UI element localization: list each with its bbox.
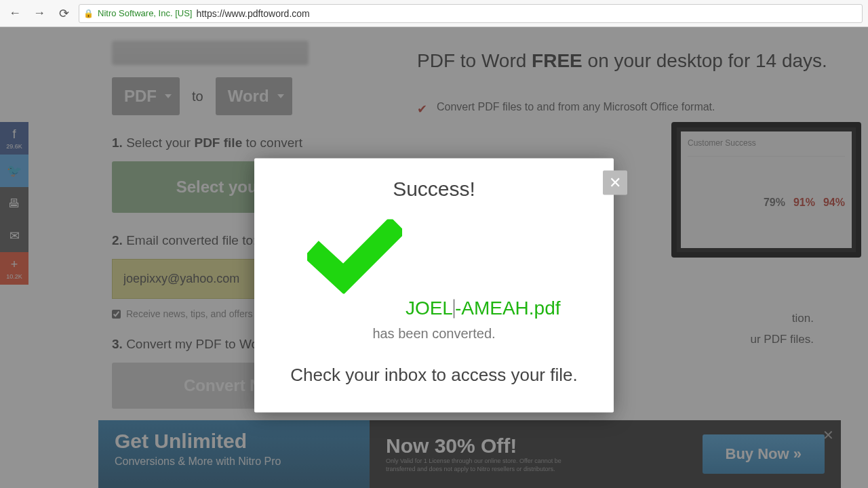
success-modal: ✕ Success! JOEL-AMEAH.pdf has been conve… [254, 158, 614, 412]
converted-label: has been converted. [275, 325, 593, 341]
success-check-icon [307, 219, 402, 293]
lock-icon: 🔒 [83, 9, 94, 18]
url-text: https://www.pdftoword.com [196, 8, 309, 19]
modal-title: Success! [275, 177, 593, 200]
cert-label: Nitro Software, Inc. [US] [98, 8, 192, 18]
browser-toolbar: ← → ⟳ 🔒 Nitro Software, Inc. [US] https:… [0, 0, 868, 27]
fn-b: -AMEAH.pdf [455, 297, 561, 318]
text-cursor-icon [454, 300, 454, 319]
inbox-message: Check your inbox to access your file. [275, 364, 593, 385]
converted-filename: JOEL-AMEAH.pdf [406, 297, 561, 319]
forward-button[interactable]: → [30, 4, 49, 23]
modal-overlay[interactable]: ✕ Success! JOEL-AMEAH.pdf has been conve… [0, 27, 868, 488]
back-button[interactable]: ← [5, 4, 24, 23]
reload-button[interactable]: ⟳ [54, 4, 73, 23]
fn-a: JOEL [406, 297, 453, 318]
modal-close-button[interactable]: ✕ [603, 170, 627, 195]
address-bar[interactable]: 🔒 Nitro Software, Inc. [US] https://www.… [79, 4, 863, 23]
